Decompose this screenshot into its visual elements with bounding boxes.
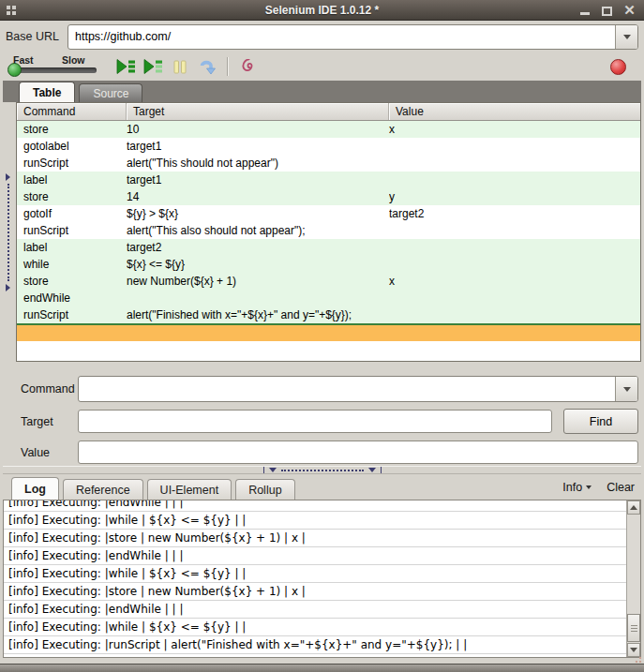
value-cell: x (389, 123, 640, 136)
command-rows: store10xgotolabeltarget1runScriptalert("… (17, 121, 640, 323)
slider-handle[interactable] (7, 63, 22, 77)
target-cell: ${x} <= ${y} (127, 258, 389, 271)
toolbar-separator (227, 57, 229, 76)
splitter-dots (281, 470, 364, 471)
target-cell: alert("This also should not appear"); (127, 224, 389, 237)
find-button[interactable]: Find (563, 409, 638, 434)
target-cell: ${y} > ${x} (127, 207, 389, 220)
column-header-target[interactable]: Target (127, 103, 389, 120)
command-row[interactable]: runScriptalert("This also should not app… (17, 222, 640, 239)
value-label: Value (6, 446, 78, 459)
target-label: Target (6, 415, 78, 428)
speed-slider[interactable]: Fast Slow (7, 53, 98, 80)
step-icon (199, 59, 216, 75)
log-entry: [info] Executing: |endWhile | | | (4, 500, 626, 512)
pause-button[interactable] (169, 55, 191, 78)
column-header-command[interactable]: Command (17, 103, 127, 120)
target-cell: 14 (127, 190, 389, 203)
slow-label: Slow (62, 54, 85, 66)
chevron-down-icon (586, 485, 592, 489)
command-row[interactable]: endWhile (17, 290, 640, 306)
command-cell: endWhile (17, 291, 127, 305)
play-test-icon (143, 59, 163, 74)
horizontal-splitter-grip[interactable] (263, 467, 382, 473)
play-suite-icon (116, 59, 136, 74)
scrollbar-track[interactable] (627, 515, 640, 643)
resize-grip-icon[interactable] (633, 655, 642, 664)
command-row[interactable]: gotoIf${y} > ${x}target2 (17, 205, 640, 222)
play-suite-button[interactable] (114, 55, 137, 78)
rollup-spiral-icon (241, 59, 257, 75)
log-tab-rollup[interactable]: Rollup (235, 479, 294, 500)
command-cell: label (17, 241, 127, 254)
scrollbar-thumb[interactable] (627, 614, 640, 642)
column-header-value[interactable]: Value (389, 103, 640, 120)
play-test-button[interactable] (142, 55, 164, 78)
editor-area: CommandTargetValue store10xgotolabeltarg… (3, 102, 641, 362)
log-tab-reference[interactable]: Reference (63, 479, 143, 500)
target-cell: alert("This should not appear") (127, 157, 389, 170)
command-row[interactable]: store10x (17, 121, 640, 138)
rollup-button[interactable] (237, 55, 260, 78)
command-row[interactable]: labeltarget2 (17, 239, 640, 256)
record-button[interactable] (610, 59, 626, 75)
collapse-down-icon (368, 468, 376, 472)
log-pane-splitter[interactable] (3, 466, 641, 474)
target-input[interactable] (78, 410, 552, 433)
selenium-ide-window: Selenium IDE 1.0.12 * ✕ Base URL https:/… (0, 0, 644, 672)
window-title: Selenium IDE 1.0.12 * (0, 4, 644, 17)
window-border-bar (0, 664, 644, 672)
window-menu-icon[interactable] (7, 6, 16, 15)
command-cell: runScript (17, 308, 127, 321)
chevron-down-icon (623, 35, 631, 39)
value-cell: x (389, 275, 640, 288)
target-cell: target1 (127, 173, 389, 187)
command-input[interactable] (79, 377, 615, 401)
command-row[interactable]: runScriptalert("Finished with x="+${x}+"… (17, 306, 640, 323)
minimize-button[interactable] (578, 4, 591, 16)
log-scrollbar[interactable] (626, 500, 640, 657)
target-cell: target1 (127, 140, 389, 153)
selected-row[interactable] (17, 323, 640, 341)
command-row[interactable]: runScriptalert("This should not appear") (17, 155, 640, 172)
target-cell: new Number(${x} + 1) (127, 275, 389, 288)
log-entry: [info] Executing: |runScript | alert("Fi… (4, 636, 626, 654)
base-url-dropdown-button[interactable] (615, 25, 637, 49)
vertical-splitter-grip[interactable] (6, 173, 10, 291)
value-cell: target2 (389, 207, 640, 220)
base-url-value[interactable]: https://github.com/ (68, 25, 615, 49)
close-button[interactable]: ✕ (623, 4, 636, 16)
info-label: Info (562, 481, 582, 494)
slider-track[interactable] (10, 67, 97, 73)
clear-log-button[interactable]: Clear (607, 481, 635, 494)
command-cell: runScript (17, 224, 127, 237)
command-label: Command (6, 382, 78, 396)
tab-source[interactable]: Source (79, 83, 142, 102)
command-row[interactable]: store14y (17, 188, 640, 205)
log-tab-bar: LogReferenceUI-ElementRollup Info Clear (3, 474, 641, 500)
value-input[interactable] (78, 441, 638, 464)
command-cell: runScript (17, 157, 127, 170)
maximize-button[interactable] (601, 4, 613, 16)
table-empty-area[interactable] (17, 341, 640, 361)
command-row[interactable]: gotolabeltarget1 (17, 138, 640, 155)
command-dropdown-button[interactable] (615, 377, 637, 401)
step-button[interactable] (196, 55, 218, 78)
command-row[interactable]: while${x} <= ${y} (17, 256, 640, 273)
testcase-pane-splitter[interactable] (3, 102, 16, 362)
splitter-dots (7, 184, 9, 281)
log-tab-log[interactable]: Log (11, 477, 59, 500)
command-combobox[interactable] (78, 376, 638, 402)
command-cell: while (17, 258, 127, 271)
command-row[interactable]: labeltarget1 (17, 172, 640, 188)
log-level-dropdown[interactable]: Info (562, 481, 592, 494)
base-url-combobox[interactable]: https://github.com/ (67, 24, 638, 50)
log-tab-ui-element[interactable]: UI-Element (147, 479, 232, 500)
target-cell: target2 (127, 241, 389, 254)
tab-table[interactable]: Table (19, 82, 75, 102)
log-viewport: [info] Executing: |endWhile | | |[info] … (3, 500, 641, 658)
expand-right-icon (6, 173, 10, 181)
command-row[interactable]: storenew Number(${x} + 1)x (17, 273, 640, 290)
arrow-up-icon (630, 505, 637, 510)
scroll-up-button[interactable] (627, 500, 640, 515)
